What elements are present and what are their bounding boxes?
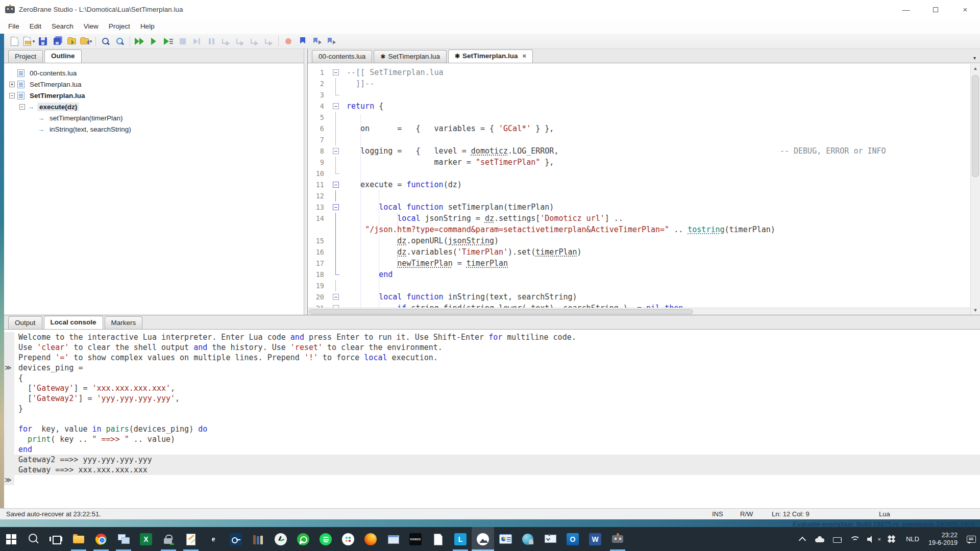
chevron-up-tray-button[interactable] (794, 527, 811, 551)
taskbar-word-button[interactable]: W (584, 527, 606, 551)
taskbar-text-editor-button[interactable] (180, 527, 202, 551)
project-directory-button[interactable]: ▾ (79, 35, 93, 48)
dropdown-caret-icon[interactable]: ▾ (33, 39, 35, 44)
bottom-tab-local-console[interactable]: Local console (44, 316, 103, 329)
bookmark-prev-button[interactable] (310, 35, 324, 48)
editor-tab-00-contents-lua[interactable]: 00-contents.lua (312, 50, 372, 63)
fold-marker[interactable] (330, 145, 341, 157)
action-center-button[interactable] (963, 527, 980, 551)
save-button[interactable] (36, 35, 50, 48)
fold-marker[interactable] (330, 202, 341, 213)
maximize-button[interactable] (921, 0, 950, 19)
dropbox-tray-button[interactable] (885, 527, 902, 551)
taskbar-remote-window-button[interactable] (382, 527, 404, 551)
new-file-button[interactable] (7, 35, 21, 48)
detach-process-button[interactable] (190, 35, 204, 48)
stop-process-button[interactable] (176, 35, 190, 48)
toggle-breakpoint-button[interactable] (281, 35, 296, 48)
tree-item-settimerplan-lua[interactable]: −SetTimerplan.lua (4, 90, 304, 101)
taskbar-spotify-button[interactable] (314, 527, 337, 551)
sidebar-tab-project[interactable]: Project (8, 50, 43, 63)
editor-tab-settimerplan-lua[interactable]: ✱SetTimerplan.lua× (448, 49, 533, 63)
taskbar-winscp-button[interactable] (157, 527, 180, 551)
taskbar-clock[interactable]: 23:22 19-6-2019 (923, 527, 963, 551)
fold-marker[interactable] (330, 67, 341, 78)
taskbar-firefox-button[interactable] (359, 527, 382, 551)
taskbar-presentation-button[interactable] (494, 527, 517, 551)
vertical-scrollbar-thumb[interactable] (972, 75, 979, 177)
local-console[interactable]: Welcome to the interactive Lua interpret… (4, 330, 980, 508)
menu-edit[interactable]: Edit (24, 20, 46, 32)
horizontal-scrollbar-thumb[interactable] (309, 309, 693, 314)
taskbar-outlook-button[interactable]: O (561, 527, 584, 551)
taskbar-keepass-button[interactable] (225, 527, 247, 551)
bottom-tab-output[interactable]: Output (8, 316, 42, 329)
taskbar-chrome-button[interactable] (90, 527, 112, 551)
taskbar-remote-desktop-button[interactable] (112, 527, 135, 551)
step-into-button[interactable] (218, 35, 233, 48)
onedrive-tray-button[interactable] (811, 527, 828, 551)
dropdown-caret-icon[interactable]: ▾ (90, 39, 92, 44)
tree-expander-icon[interactable]: − (19, 104, 25, 110)
menu-project[interactable]: Project (104, 20, 135, 32)
fold-marker[interactable] (330, 291, 341, 303)
vertical-scrollbar-track[interactable] (971, 73, 980, 306)
taskbar-whatsapp-button[interactable] (292, 527, 314, 551)
tree-item-settimerplan-lua[interactable]: +SetTimerplan.lua (4, 79, 304, 90)
tree-item-instring-text-searchstring[interactable]: →inString(text, searchString) (4, 123, 304, 135)
step-over-button[interactable] (233, 35, 247, 48)
panel-splitter[interactable] (304, 49, 308, 315)
run-button[interactable] (133, 35, 147, 48)
code-editor[interactable]: 1--[[ SetTimerplan.lua2 ]]--34return {56… (308, 64, 970, 315)
taskbar-vpn-globe-button[interactable] (517, 527, 539, 551)
vertical-scrollbar[interactable]: ▲ ▼ (970, 64, 980, 315)
toggle-bookmark-button[interactable] (296, 35, 310, 48)
tree-expander-icon[interactable]: − (9, 93, 15, 98)
menu-help[interactable]: Help (135, 20, 160, 32)
taskbar-start-button[interactable] (0, 527, 22, 551)
close-tab-icon[interactable]: × (523, 52, 527, 60)
wifi-tray-button[interactable] (846, 527, 863, 551)
editor-tab-settimerplan-lua[interactable]: ✱SetTimerplan.lua (374, 50, 447, 63)
bookmark-next-button[interactable] (324, 35, 338, 48)
close-button[interactable]: × (950, 0, 980, 19)
volume-muted-tray-button[interactable]: × (863, 527, 885, 551)
taskbar-task-view-button[interactable] (45, 527, 67, 551)
fold-marker[interactable] (330, 101, 341, 112)
fold-marker[interactable] (330, 179, 341, 190)
taskbar-photos-button[interactable] (472, 527, 494, 551)
menu-file[interactable]: File (3, 20, 24, 32)
taskbar-zerobrane-studio-button[interactable] (606, 527, 629, 551)
taskbar-sonos-button[interactable]: SONOS (404, 527, 427, 551)
minimize-button[interactable]: — (891, 0, 921, 19)
taskbar-edge-button[interactable]: e (202, 527, 225, 551)
taskbar-slack-button[interactable] (337, 527, 359, 551)
start-debugging-button[interactable] (147, 35, 161, 48)
taskbar-runkeeper-button[interactable] (270, 527, 292, 551)
taskbar-system-monitor-button[interactable] (539, 527, 561, 551)
bottom-tab-markers[interactable]: Markers (105, 316, 143, 329)
run-to-cursor-button[interactable] (161, 35, 176, 48)
run-to-button[interactable] (261, 35, 276, 48)
taskbar-file-explorer-button[interactable] (67, 527, 90, 551)
tree-item-execute-dz[interactable]: −→execute(dz) (4, 101, 304, 112)
menu-search[interactable]: Search (46, 20, 79, 32)
taskbar-lightroom-button[interactable]: L (449, 527, 472, 551)
tab-overflow-button[interactable]: ▾ (973, 55, 980, 63)
horizontal-scrollbar[interactable] (308, 308, 970, 315)
tree-item-00-contents-lua[interactable]: 00-contents.lua (4, 67, 304, 79)
language-indicator[interactable]: NLD (902, 527, 923, 551)
battery-tray-button[interactable] (828, 527, 846, 551)
open-file-button[interactable]: ▾ (21, 35, 36, 48)
taskbar-calibre-button[interactable] (247, 527, 270, 551)
break-process-button[interactable] (204, 35, 218, 48)
taskbar-libreoffice-button[interactable] (427, 527, 449, 551)
scroll-down-icon[interactable]: ▼ (973, 306, 978, 315)
project-from-file-button[interactable] (64, 35, 79, 48)
menu-view[interactable]: View (79, 20, 104, 32)
find-button[interactable] (99, 35, 113, 48)
scroll-up-icon[interactable]: ▲ (973, 64, 978, 73)
find-replace-button[interactable] (113, 35, 127, 48)
tree-item-settimerplan-timerplan[interactable]: →setTimerplan(timerPlan) (4, 112, 304, 123)
sidebar-tab-outline[interactable]: Outline (44, 49, 82, 63)
